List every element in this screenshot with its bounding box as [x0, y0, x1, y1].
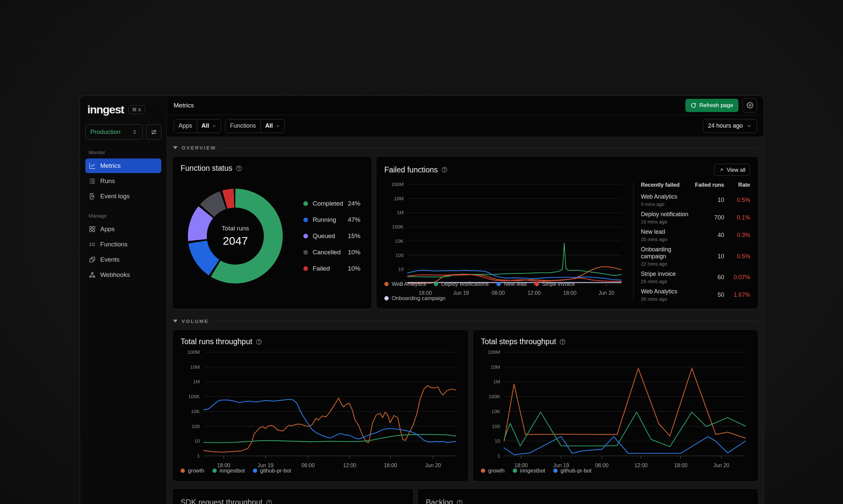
- failure-rate-value: 0.5%: [724, 197, 750, 203]
- environment-select[interactable]: Production: [85, 124, 143, 140]
- sidebar-item[interactable]: Event logs: [85, 189, 161, 203]
- failed-function-name: Deploy notification: [641, 211, 691, 218]
- svg-text:10M: 10M: [190, 364, 200, 370]
- main-area: Metrics Refresh page Apps All: [167, 96, 764, 504]
- overview-section-header: OVERVIEW: [173, 143, 758, 152]
- settings-button[interactable]: [742, 98, 757, 113]
- svg-text:1: 1: [498, 453, 500, 458]
- table-row[interactable]: Web Analytics 5 mins ago 10 0.5%: [641, 193, 750, 207]
- backlog-title: Backlog: [426, 498, 453, 504]
- sidebar-item-icon: [89, 193, 96, 200]
- failed-function-name: Web Analytics: [641, 288, 691, 295]
- table-row[interactable]: Stripe invoice 25 mins ago 60 0.07%: [641, 271, 750, 284]
- time-range-select[interactable]: 24 hours ago: [703, 119, 757, 133]
- help-icon[interactable]: [236, 165, 242, 172]
- command-k-shortcut-badge[interactable]: ⌘ K: [128, 105, 145, 114]
- legend-label: Stripe invoice: [542, 281, 575, 287]
- sidebar-item[interactable]: Apps: [85, 222, 161, 236]
- sidebar-item-icon: [89, 177, 96, 185]
- chart-svg: 100M10M1M100K10K10010118:00Jun 1906:0012…: [481, 348, 750, 471]
- legend-dot: [553, 469, 557, 473]
- sidebar-item-label: Functions: [100, 241, 127, 248]
- svg-text:100K: 100K: [488, 394, 500, 399]
- help-icon[interactable]: [457, 499, 463, 504]
- inngest-logo[interactable]: inngest: [87, 104, 124, 115]
- legend-dot: [384, 282, 389, 286]
- table-row[interactable]: Onboarding campaign 22 mins ago 10 0.5%: [641, 246, 750, 267]
- svg-text:1: 1: [197, 453, 200, 458]
- help-icon[interactable]: [256, 339, 262, 345]
- sidebar-item-icon: [89, 256, 96, 263]
- failed-function-time: 20 mins ago: [641, 237, 691, 242]
- help-icon[interactable]: [559, 339, 566, 345]
- volume-section-header: VOLUME: [173, 316, 758, 326]
- svg-text:10M: 10M: [394, 196, 403, 201]
- sidebar-item[interactable]: Functions: [85, 237, 161, 252]
- legend-dot: [303, 250, 308, 255]
- section-divider: [213, 321, 758, 321]
- sidebar-item[interactable]: Metrics: [85, 159, 161, 173]
- sidebar-item-label: Runs: [100, 177, 115, 185]
- table-row[interactable]: Deploy notification 10 mins ago 700 0.1%: [641, 211, 750, 224]
- col-recently-failed: Recently failed: [641, 182, 691, 188]
- help-icon[interactable]: [441, 166, 448, 173]
- svg-text:1M: 1M: [493, 379, 500, 384]
- chevron-down-icon: [275, 124, 280, 128]
- page-title: Metrics: [174, 102, 194, 109]
- total-runs-throughput-card: Total runs throughput 100M10M1M100K10K10…: [172, 329, 469, 482]
- legend-dot: [180, 469, 185, 473]
- legend-value: 24%: [348, 200, 360, 207]
- sidebar-item[interactable]: Webhooks: [85, 268, 161, 282]
- svg-text:100: 100: [395, 252, 403, 258]
- total-runs-throughput-title: Total runs throughput: [180, 337, 252, 346]
- gear-icon: [746, 102, 753, 109]
- legend-dot: [303, 234, 308, 238]
- failed-runs-value: 50: [691, 291, 724, 299]
- legend-dot: [212, 469, 217, 473]
- apps-filter[interactable]: Apps All: [174, 119, 221, 133]
- collapse-triangle-icon[interactable]: [173, 146, 177, 149]
- svg-text:1M: 1M: [193, 379, 200, 384]
- functions-filter[interactable]: Functions All: [225, 119, 285, 133]
- chart-svg: 100M10M1M100K10K10010118:00Jun 1906:0012…: [180, 348, 460, 471]
- sidebar-manage-items: Apps Functions Events Webhooks: [85, 222, 161, 283]
- failed-runs-value: 10: [691, 253, 724, 260]
- legend-dot: [253, 469, 257, 473]
- svg-text:10K: 10K: [395, 238, 403, 244]
- failed-function-time: 5 mins ago: [641, 202, 691, 207]
- legend-dot: [303, 201, 308, 206]
- sidebar-item-icon: [89, 226, 96, 233]
- table-row[interactable]: Web Analytics 35 mins ago 50 1.67%: [641, 288, 750, 302]
- sidebar-item[interactable]: Runs: [85, 174, 161, 188]
- legend-label: Cancelled: [313, 249, 343, 256]
- backlog-card: Backlog: [417, 488, 758, 504]
- view-all-button[interactable]: View all: [714, 164, 750, 176]
- legend-dot: [434, 282, 438, 286]
- svg-text:100K: 100K: [392, 224, 403, 230]
- col-rate: Rate: [724, 182, 750, 188]
- failed-functions-chart: 100M10M1M100K10K10010118:00Jun 1906:0012…: [384, 180, 626, 278]
- volume-section-label: VOLUME: [182, 318, 209, 324]
- refresh-page-button[interactable]: Refresh page: [685, 99, 738, 112]
- content-area: OVERVIEW Function status: [167, 137, 764, 504]
- legend-label: Onboarding campaign: [392, 295, 445, 301]
- sdk-request-throughput-card: SDK request throughput: [172, 488, 414, 504]
- sidebar-item-icon: [89, 162, 96, 169]
- legend-value: 10%: [348, 249, 360, 256]
- sidebar-item[interactable]: Events: [85, 252, 161, 267]
- help-icon[interactable]: [266, 499, 273, 504]
- legend-dot: [481, 469, 485, 473]
- total-runs-label: Total runs: [222, 225, 249, 232]
- legend-item: Deploy notifications: [434, 281, 488, 287]
- environment-filter-button[interactable]: [146, 124, 161, 140]
- legend-label: growth: [188, 468, 204, 474]
- legend-row: Failed 10%: [303, 265, 360, 272]
- table-row[interactable]: New lead 20 mins ago 40 0.3%: [641, 229, 750, 242]
- legend-row: Completed 24%: [303, 200, 360, 207]
- collapse-triangle-icon[interactable]: [173, 320, 177, 323]
- external-link-icon: [719, 167, 724, 173]
- sidebar-item-label: Event logs: [100, 193, 130, 200]
- topbar: Metrics Refresh page: [167, 96, 764, 115]
- legend-label: github-pr-bot: [561, 468, 592, 474]
- legend-item: github-pr-bot: [253, 468, 291, 474]
